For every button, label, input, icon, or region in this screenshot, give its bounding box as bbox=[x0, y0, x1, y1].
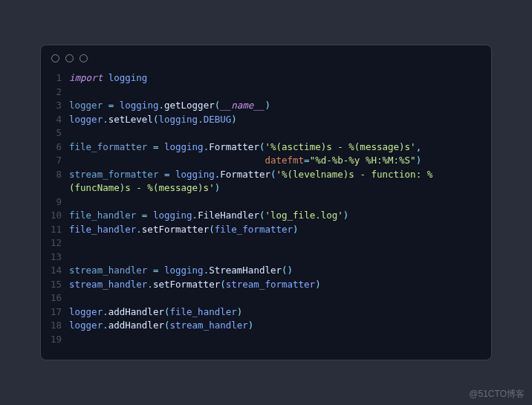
token bbox=[147, 210, 153, 221]
line-content: logger.setLevel(logging.DEBUG) bbox=[69, 113, 491, 127]
token: , bbox=[416, 141, 422, 152]
token: . bbox=[198, 114, 204, 125]
token: logger bbox=[69, 114, 103, 125]
token: logging bbox=[164, 265, 204, 276]
code-line: 1import logging bbox=[41, 71, 491, 85]
code-line: 5 bbox=[41, 126, 491, 140]
token: stream_handler bbox=[69, 279, 147, 290]
token bbox=[114, 100, 120, 111]
code-line: 15stream_handler.setFormatter(stream_for… bbox=[41, 278, 491, 292]
token: stream_handler bbox=[69, 265, 147, 276]
token: logging bbox=[120, 100, 159, 111]
token bbox=[158, 141, 164, 152]
token: . bbox=[192, 210, 198, 221]
token: file_handler bbox=[169, 306, 236, 317]
line-number: 1 bbox=[41, 71, 69, 85]
code-line: 19 bbox=[41, 333, 491, 347]
code-line: 6file_formatter = logging.Formatter('%(a… bbox=[41, 140, 491, 155]
token: . bbox=[103, 306, 108, 317]
token: ( bbox=[209, 224, 215, 235]
line-content bbox=[69, 250, 491, 265]
code-line: 18logger.addHandler(stream_handler) bbox=[41, 319, 491, 333]
line-content bbox=[69, 333, 491, 347]
line-content: import logging bbox=[69, 71, 491, 85]
token: datefmt bbox=[265, 155, 304, 166]
line-number: 19 bbox=[41, 333, 69, 347]
line-number: 2 bbox=[41, 85, 69, 100]
code-line: 12 bbox=[41, 236, 491, 250]
code-window: 1import logging23logger = logging.getLog… bbox=[40, 45, 492, 360]
code-line: 7 datefmt="%d-%b-%y %H:%M:%S") bbox=[41, 154, 491, 168]
line-content: logger = logging.getLogger(__name__) bbox=[69, 99, 491, 113]
line-number: 8 bbox=[41, 168, 69, 195]
line-content: file_formatter = logging.Formatter('%(as… bbox=[69, 140, 491, 155]
line-number: 16 bbox=[41, 291, 69, 305]
line-content: datefmt="%d-%b-%y %H:%M:%S") bbox=[69, 154, 491, 168]
line-content: file_handler.setFormatter(file_formatter… bbox=[69, 223, 491, 237]
line-number: 18 bbox=[41, 319, 69, 333]
window-titlebar bbox=[41, 45, 491, 68]
token: "%d-%b-%y %H:%M:%S" bbox=[310, 155, 416, 166]
line-content bbox=[69, 126, 491, 140]
token bbox=[103, 100, 108, 111]
token: stream_formatter bbox=[226, 279, 315, 290]
token: ) bbox=[215, 182, 221, 193]
line-number: 15 bbox=[41, 278, 69, 292]
token: logging bbox=[158, 114, 198, 125]
token: ( bbox=[270, 169, 276, 180]
code-line: 10file_handler = logging.FileHandler('lo… bbox=[41, 209, 491, 223]
code-line: 11file_handler.setFormatter(file_formatt… bbox=[41, 223, 491, 237]
token: file_handler bbox=[69, 224, 136, 235]
token: __name__ bbox=[220, 100, 265, 111]
token bbox=[69, 155, 265, 166]
code-line: 3logger = logging.getLogger(__name__) bbox=[41, 99, 491, 113]
code-line: 4logger.setLevel(logging.DEBUG) bbox=[41, 113, 491, 127]
line-number: 5 bbox=[41, 126, 69, 140]
token: stream_handler bbox=[169, 320, 247, 331]
token bbox=[147, 141, 153, 152]
token bbox=[158, 265, 164, 276]
line-content: file_handler = logging.FileHandler('log_… bbox=[69, 209, 491, 223]
line-content: stream_handler = logging.StreamHandler() bbox=[69, 264, 491, 278]
code-line: 13 bbox=[41, 250, 491, 265]
traffic-light-minimize[interactable] bbox=[65, 54, 74, 62]
token: ) bbox=[416, 155, 422, 166]
line-content bbox=[69, 195, 491, 210]
token: setLevel bbox=[108, 114, 153, 125]
token: import bbox=[69, 72, 103, 83]
token: Formatter bbox=[209, 141, 259, 152]
line-number: 14 bbox=[41, 264, 69, 278]
token bbox=[169, 169, 175, 180]
token: file_formatter bbox=[69, 141, 147, 152]
line-number: 7 bbox=[41, 154, 69, 168]
token: stream_formatter bbox=[69, 169, 158, 180]
token: ) bbox=[293, 224, 299, 235]
token bbox=[103, 72, 108, 83]
token: logging bbox=[164, 141, 204, 152]
token: . bbox=[147, 279, 153, 290]
line-content bbox=[69, 236, 491, 250]
token: logger bbox=[69, 100, 103, 111]
token: '%(asctime)s - %(message)s' bbox=[265, 141, 415, 152]
token: setFormatter bbox=[142, 224, 209, 235]
line-content: stream_formatter = logging.Formatter('%(… bbox=[69, 168, 491, 195]
line-number: 12 bbox=[41, 236, 69, 250]
line-content: logger.addHandler(stream_handler) bbox=[69, 319, 491, 333]
token: ( bbox=[282, 265, 288, 276]
token: logger bbox=[69, 306, 103, 317]
code-line: 8stream_formatter = logging.Formatter('%… bbox=[41, 168, 491, 195]
line-content: logger.addHandler(file_handler) bbox=[69, 305, 491, 320]
traffic-light-close[interactable] bbox=[51, 54, 59, 62]
token: ) bbox=[288, 265, 293, 276]
token: setFormatter bbox=[153, 279, 220, 290]
token: logging bbox=[175, 169, 215, 180]
token: . bbox=[103, 114, 108, 125]
token: ) bbox=[315, 279, 321, 290]
token: logging bbox=[108, 72, 148, 83]
token: ) bbox=[248, 320, 254, 331]
traffic-light-zoom[interactable] bbox=[80, 54, 88, 62]
line-number: 6 bbox=[41, 140, 69, 155]
line-content: stream_handler.setFormatter(stream_forma… bbox=[69, 278, 491, 292]
watermark-text: @51CTO博客 bbox=[469, 388, 525, 401]
token: Formatter bbox=[220, 169, 270, 180]
